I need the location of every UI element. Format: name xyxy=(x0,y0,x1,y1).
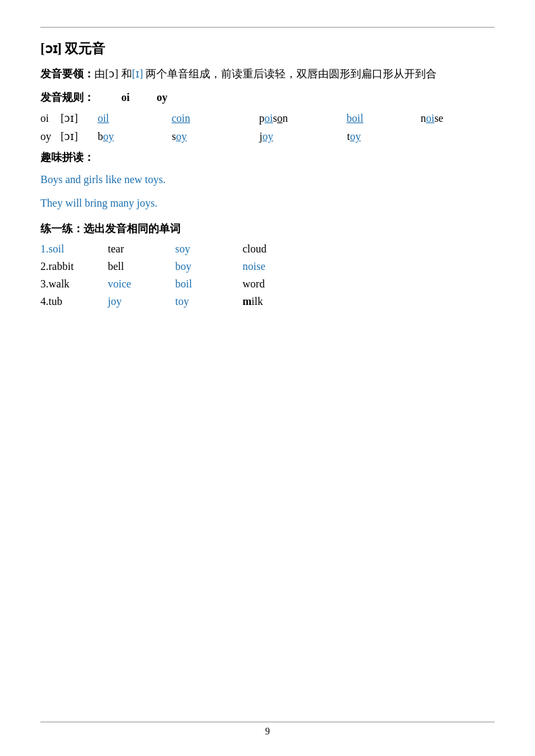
oy-prefix: oy xyxy=(40,131,61,143)
pr1-w2: tear xyxy=(108,243,175,255)
fun-reading-title: 趣味拼读： xyxy=(40,151,495,165)
oy-row: oy [ɔɪ] boy soy joy toy xyxy=(40,130,495,143)
sentence1-toys-oy: oys xyxy=(148,174,163,185)
sentence2-dot: . xyxy=(155,197,158,209)
pr3-w3: boil xyxy=(175,278,243,290)
oi-phonetic: [ɔɪ] xyxy=(61,112,98,125)
practice-row-4: 4.tub joy toy milk xyxy=(40,296,495,308)
oy-phonetic: [ɔɪ] xyxy=(61,130,98,143)
sentence2-joys-oy: oys xyxy=(140,197,155,209)
pr3-w4: word xyxy=(243,278,310,290)
section-title: [ɔɪ] 双元音 xyxy=(40,40,495,58)
word-noise: noise xyxy=(420,112,495,125)
sentence-2: They will bring many joys. xyxy=(40,194,495,213)
pronunciation-intro: 由[ɔ] 和[ɪ] 两个单音组成，前读重后读轻，双唇由圆形到扁口形从开到合 xyxy=(94,68,437,79)
top-border xyxy=(40,27,495,28)
pr2-w2: bell xyxy=(108,261,175,273)
practice-title: 练一练：选出发音相同的单词 xyxy=(40,222,495,236)
rule-oi: oi xyxy=(121,92,129,104)
word-soy: soy xyxy=(172,131,259,143)
bottom-border xyxy=(40,722,495,722)
sentence1-mid: and girls like new t xyxy=(63,174,148,185)
word-boy: boy xyxy=(98,131,172,143)
pr2-w4: noise xyxy=(243,261,310,273)
word-poison: poison xyxy=(259,112,347,125)
sentence2-start: They will bring many j xyxy=(40,197,140,209)
pr4-w3: toy xyxy=(175,296,243,308)
pronunciation-label: 发音要领： xyxy=(40,68,94,79)
pr4-num: 4.tub xyxy=(40,296,108,308)
sentence1-b: B xyxy=(40,174,48,185)
sentence1-oys: oys xyxy=(48,174,63,185)
rule-oy: oy xyxy=(156,92,167,104)
pronunciation-desc: 发音要领：由[ɔ] 和[ɪ] 两个单音组成，前读重后读轻，双唇由圆形到扁口形从开… xyxy=(40,65,495,84)
pr4-w2: joy xyxy=(108,296,175,308)
pr1-w3: soy xyxy=(175,243,243,255)
pr4-w4: milk xyxy=(243,296,310,308)
pr3-w2: voice xyxy=(108,278,175,290)
pr1-num: 1.soil xyxy=(40,243,108,255)
oi-prefix: oi xyxy=(40,112,61,125)
word-boil: boil xyxy=(346,112,420,125)
rules-label: 发音规则： xyxy=(40,91,94,105)
pr1-w4: cloud xyxy=(243,243,310,255)
word-joy: joy xyxy=(259,131,347,143)
sentence-1: Boys and girls like new toys. xyxy=(40,170,495,190)
page: [ɔɪ] 双元音 发音要领：由[ɔ] 和[ɪ] 两个单音组成，前读重后读轻，双唇… xyxy=(0,0,535,756)
word-toy: toy xyxy=(347,131,421,143)
pr3-num: 3.walk xyxy=(40,278,108,290)
practice-row-1: 1.soil tear soy cloud xyxy=(40,243,495,255)
phoneme-i: [ɪ] xyxy=(132,68,144,79)
oi-row: oi [ɔɪ] oil coin poison boil noise xyxy=(40,112,495,125)
sentence1-dot: . xyxy=(163,174,166,185)
practice-row-2: 2.rabbit bell boy noise xyxy=(40,261,495,273)
pr2-w3: boy xyxy=(175,261,243,273)
page-number: 9 xyxy=(0,726,535,737)
word-coin: coin xyxy=(172,112,259,125)
word-oil: oil xyxy=(98,112,172,125)
practice-row-3: 3.walk voice boil word xyxy=(40,278,495,290)
rules-line: 发音规则： oi oy xyxy=(40,91,495,105)
pr2-num: 2.rabbit xyxy=(40,261,108,273)
